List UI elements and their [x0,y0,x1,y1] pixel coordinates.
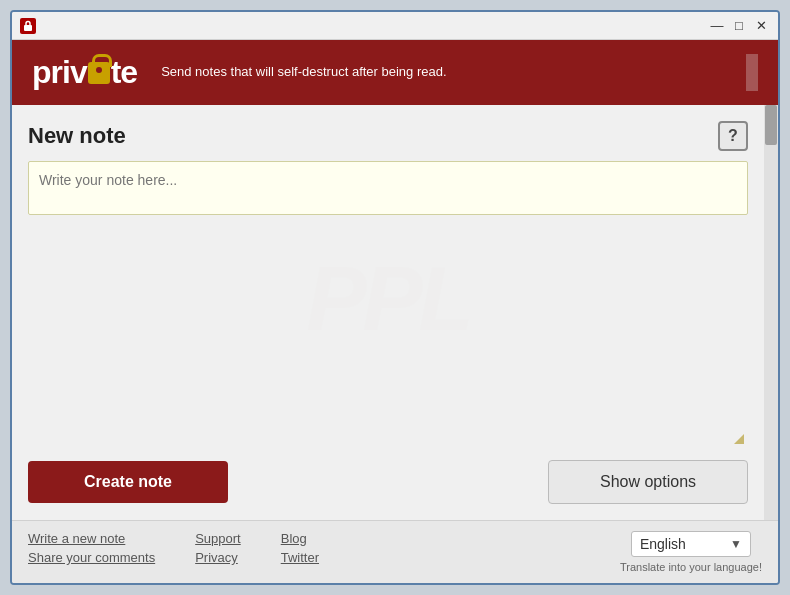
footer-language: English ▼ Translate into your language! [620,531,762,573]
privacy-link[interactable]: Privacy [195,550,241,565]
create-note-button[interactable]: Create note [28,461,228,503]
blog-link[interactable]: Blog [281,531,319,546]
logo-lock-icon [88,62,110,84]
language-selector[interactable]: English ▼ [631,531,751,557]
page-title-row: New note ? [28,121,748,151]
header-tagline: Send notes that will self-destruct after… [161,63,446,81]
scrollbar-thumb[interactable] [765,105,777,145]
page-title: New note [28,123,126,149]
help-button[interactable]: ? [718,121,748,151]
buttons-row: Create note Show options [28,460,748,504]
footer: Write a new note Share your comments Sup… [12,520,778,583]
support-link[interactable]: Support [195,531,241,546]
footer-col-1: Write a new note Share your comments [28,531,155,565]
app-icon [20,18,36,34]
minimize-button[interactable]: — [708,17,726,35]
maximize-button[interactable]: □ [730,17,748,35]
write-new-note-link[interactable]: Write a new note [28,531,155,546]
watermark: PPL [306,248,469,351]
footer-inner: Write a new note Share your comments Sup… [28,531,762,573]
dropdown-arrow-icon: ▼ [730,537,742,551]
note-textarea-wrapper: PPL [28,161,748,448]
footer-col-2: Support Privacy [195,531,241,565]
titlebar: — □ ✕ [12,12,778,40]
app-window: — □ ✕ privte Send notes that will self-d… [10,10,780,585]
close-button[interactable]: ✕ [752,17,770,35]
note-input[interactable] [28,161,748,215]
footer-col-3: Blog Twitter [281,531,319,565]
svg-rect-0 [24,25,32,31]
scrollbar[interactable] [764,105,778,520]
translate-label: Translate into your language! [620,561,762,573]
app-header: privte Send notes that will self-destruc… [12,40,778,105]
content-with-scrollbar: New note ? PPL Create note Show options [12,105,778,520]
language-label: English [640,536,686,552]
show-options-button[interactable]: Show options [548,460,748,504]
main-content: New note ? PPL Create note Show options [12,105,764,520]
share-comments-link[interactable]: Share your comments [28,550,155,565]
logo: privte [32,54,137,91]
twitter-link[interactable]: Twitter [281,550,319,565]
